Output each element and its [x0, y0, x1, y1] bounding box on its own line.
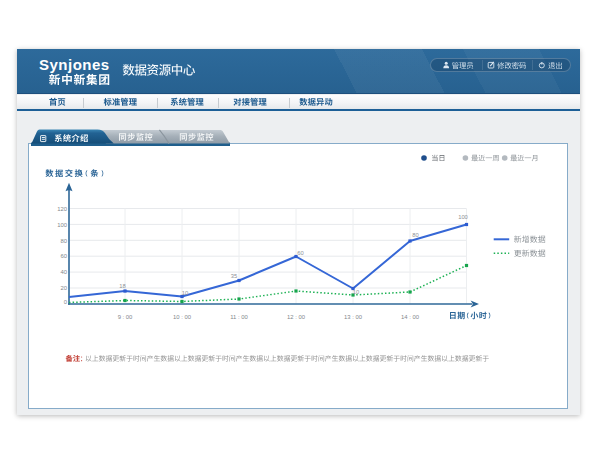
svg-text:12 : 00: 12 : 00 — [287, 314, 306, 320]
svg-text:11 : 00: 11 : 00 — [230, 314, 248, 320]
svg-text:35: 35 — [231, 273, 237, 279]
svg-text:0: 0 — [64, 299, 68, 305]
svg-text:10 : 00: 10 : 00 — [173, 314, 192, 320]
svg-text:14 : 00: 14 : 00 — [401, 314, 420, 320]
svg-text:20: 20 — [60, 285, 67, 291]
svg-text:9 : 00: 9 : 00 — [118, 314, 133, 320]
svg-text:13 : 00: 13 : 00 — [344, 314, 363, 320]
svg-text:10: 10 — [182, 290, 188, 296]
svg-text:80: 80 — [412, 232, 418, 238]
svg-text:120: 120 — [57, 206, 68, 212]
svg-text:100: 100 — [458, 214, 468, 220]
svg-text:100: 100 — [57, 222, 68, 228]
svg-text:Synjones: Synjones — [39, 56, 110, 73]
svg-text:60: 60 — [60, 253, 67, 259]
svg-text:10: 10 — [353, 289, 359, 295]
svg-text:40: 40 — [60, 269, 67, 275]
svg-text:80: 80 — [60, 238, 67, 244]
svg-text:18: 18 — [119, 283, 125, 289]
svg-text:60: 60 — [297, 250, 303, 256]
